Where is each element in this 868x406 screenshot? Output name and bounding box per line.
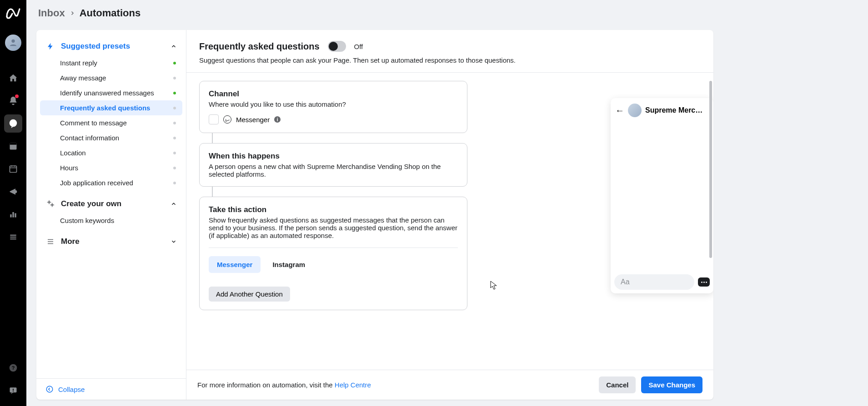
nav-planner[interactable] bbox=[4, 160, 22, 178]
main-area: Inbox Automations Suggested presets Inst… bbox=[26, 0, 868, 406]
preset-location[interactable]: Location bbox=[40, 145, 182, 160]
svg-rect-12 bbox=[13, 391, 14, 392]
preset-label: Away message bbox=[60, 74, 106, 82]
help-centre-link[interactable]: Help Centre bbox=[335, 381, 371, 389]
automation-card: Suggested presets Instant reply Away mes… bbox=[36, 30, 713, 400]
faq-toggle[interactable] bbox=[328, 41, 346, 52]
tab-instagram[interactable]: Instagram bbox=[264, 256, 313, 273]
breadcrumb-parent[interactable]: Inbox bbox=[38, 7, 65, 19]
save-button[interactable]: Save Changes bbox=[641, 376, 702, 393]
group-create-your-own[interactable]: Create your own bbox=[36, 195, 186, 213]
preset-instant-reply[interactable]: Instant reply bbox=[40, 55, 182, 70]
sparkle-icon bbox=[45, 200, 55, 208]
content-scroll[interactable]: Channel Where would you like to use this… bbox=[186, 73, 713, 370]
preset-label: Comment to message bbox=[60, 119, 127, 127]
nav-help[interactable]: ? bbox=[4, 359, 22, 377]
meta-logo-icon[interactable] bbox=[5, 5, 21, 21]
nav-feedback[interactable] bbox=[4, 381, 22, 400]
back-arrow-icon[interactable]: ← bbox=[615, 105, 624, 116]
section-desc: Show frequently asked questions as sugge… bbox=[209, 216, 458, 239]
status-dot-icon bbox=[173, 122, 176, 124]
preset-custom-keywords[interactable]: Custom keywords bbox=[40, 213, 182, 228]
preset-comment-to-message[interactable]: Comment to message bbox=[40, 115, 182, 130]
typing-icon bbox=[698, 277, 710, 287]
nav-rail: ? bbox=[0, 0, 26, 406]
svg-point-1 bbox=[10, 119, 17, 127]
breadcrumb: Inbox Automations bbox=[26, 0, 868, 26]
presets-sidebar: Suggested presets Instant reply Away mes… bbox=[36, 30, 186, 400]
content-panel: Frequently asked questions Off Suggest q… bbox=[186, 30, 713, 400]
section-desc: Where would you like to use this automat… bbox=[209, 100, 458, 108]
preview-input[interactable]: Aa bbox=[614, 274, 694, 290]
list-icon bbox=[45, 238, 55, 246]
preset-job-application[interactable]: Job application received bbox=[40, 175, 182, 190]
preset-faq[interactable]: Frequently asked questions bbox=[40, 100, 182, 115]
section-title: When this happens bbox=[209, 152, 458, 161]
status-dot-icon bbox=[173, 167, 176, 169]
breadcrumb-current: Automations bbox=[80, 7, 140, 19]
chat-preview: ← Supreme Merc… Aa bbox=[611, 98, 713, 293]
group-label: Create your own bbox=[61, 199, 165, 208]
nav-insights[interactable] bbox=[4, 205, 22, 223]
chevron-up-icon bbox=[171, 201, 177, 207]
preset-identify-unanswered[interactable]: Identify unanswered messages bbox=[40, 85, 182, 100]
group-more[interactable]: More bbox=[36, 233, 186, 251]
footer-bar: For more information on automation, visi… bbox=[186, 370, 713, 400]
section-desc: A person opens a new chat with Supreme M… bbox=[209, 163, 458, 178]
preset-label: Contact information bbox=[60, 134, 119, 142]
section-title: Channel bbox=[209, 89, 458, 99]
section-title: Take this action bbox=[209, 205, 458, 214]
svg-rect-4 bbox=[10, 166, 17, 172]
nav-ads[interactable] bbox=[4, 183, 22, 201]
footer-text-prefix: For more information on automation, visi… bbox=[197, 381, 335, 389]
nav-inbox[interactable] bbox=[4, 114, 22, 133]
chevron-right-icon bbox=[70, 10, 75, 16]
content-header: Frequently asked questions Off Suggest q… bbox=[186, 30, 713, 73]
account-avatar[interactable] bbox=[5, 35, 21, 51]
status-dot-icon bbox=[173, 62, 176, 64]
nav-notifications[interactable] bbox=[4, 92, 22, 110]
platform-tabs: Messenger Instagram bbox=[209, 256, 458, 273]
status-dot-icon bbox=[173, 92, 176, 94]
group-label: More bbox=[61, 237, 165, 246]
preset-label: Custom keywords bbox=[60, 217, 114, 224]
collapse-button[interactable]: Collapse bbox=[36, 378, 186, 400]
notification-dot-icon bbox=[15, 94, 19, 98]
preset-hours[interactable]: Hours bbox=[40, 160, 182, 175]
preset-contact-info[interactable]: Contact information bbox=[40, 130, 182, 145]
preset-label: Job application received bbox=[60, 179, 133, 187]
preset-away-message[interactable]: Away message bbox=[40, 70, 182, 85]
collapse-label: Collapse bbox=[58, 386, 85, 393]
svg-rect-7 bbox=[15, 213, 16, 218]
nav-home[interactable] bbox=[4, 69, 22, 87]
toggle-state-label: Off bbox=[354, 43, 363, 50]
svg-rect-5 bbox=[10, 214, 11, 218]
preset-label: Frequently asked questions bbox=[60, 104, 150, 112]
preview-page-name: Supreme Merc… bbox=[645, 106, 709, 114]
nav-posts[interactable] bbox=[4, 137, 22, 155]
svg-text:?: ? bbox=[12, 365, 15, 371]
svg-rect-3 bbox=[10, 143, 17, 145]
tab-messenger[interactable]: Messenger bbox=[209, 256, 261, 273]
preset-label: Location bbox=[60, 149, 86, 157]
status-dot-icon bbox=[173, 137, 176, 139]
scrollbar-thumb[interactable] bbox=[709, 81, 712, 258]
add-question-button[interactable]: Add Another Question bbox=[209, 287, 290, 302]
nav-all-tools[interactable] bbox=[4, 228, 22, 246]
connector-line bbox=[212, 133, 213, 143]
status-dot-icon bbox=[173, 152, 176, 154]
status-dot-icon bbox=[173, 182, 176, 184]
section-when: When this happens A person opens a new c… bbox=[199, 143, 467, 187]
messenger-checkbox[interactable] bbox=[209, 114, 219, 124]
chevron-down-icon bbox=[171, 238, 177, 245]
info-icon[interactable]: i bbox=[274, 116, 281, 123]
page-subtitle: Suggest questions that people can ask yo… bbox=[199, 56, 701, 64]
footer-text: For more information on automation, visi… bbox=[197, 381, 371, 389]
chevron-up-icon bbox=[171, 43, 177, 50]
messenger-icon bbox=[223, 115, 231, 124]
page-title: Frequently asked questions bbox=[199, 41, 320, 52]
cancel-button[interactable]: Cancel bbox=[599, 376, 636, 393]
preview-avatar bbox=[628, 104, 642, 117]
group-suggested-presets[interactable]: Suggested presets bbox=[36, 37, 186, 55]
svg-rect-11 bbox=[13, 389, 14, 391]
